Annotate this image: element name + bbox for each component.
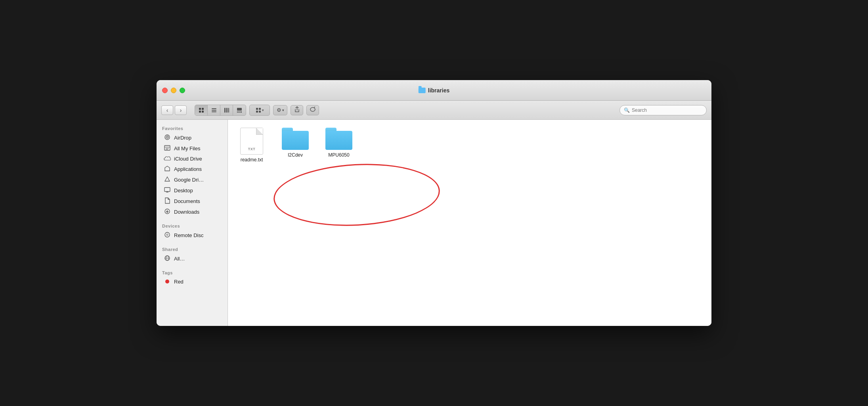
tag-button[interactable]: [306, 105, 319, 115]
file-name-readme: readme.txt: [241, 157, 263, 163]
svg-rect-8: [226, 108, 228, 113]
svg-rect-6: [212, 111, 216, 112]
svg-rect-5: [212, 110, 216, 111]
share-button[interactable]: [291, 105, 303, 115]
sidebar-item-documents[interactable]: Documents: [158, 196, 226, 207]
svg-rect-12: [238, 111, 239, 113]
sidebar-item-all-my-files[interactable]: All My Files: [158, 143, 226, 154]
view-cover-button[interactable]: [233, 105, 246, 115]
sidebar-item-downloads[interactable]: Downloads: [158, 207, 226, 217]
view-column-button[interactable]: [220, 105, 233, 115]
sidebar-item-google-drive-label: Google Dri…: [174, 177, 204, 183]
svg-rect-24: [164, 146, 170, 150]
google-drive-icon: [164, 176, 171, 184]
svg-point-19: [310, 107, 315, 111]
svg-rect-7: [224, 108, 226, 113]
gear-icon: ⚙: [277, 107, 281, 113]
sidebar-item-documents-label: Documents: [174, 198, 200, 204]
sidebar-item-all-my-files-label: All My Files: [174, 146, 200, 151]
downloads-icon: [164, 208, 171, 216]
red-tag-icon: [164, 278, 171, 285]
sidebar-item-desktop[interactable]: Desktop: [158, 185, 226, 196]
main-content: Favorites AirDrop All My Files iCloud Dr…: [157, 120, 711, 326]
sidebar-item-downloads-label: Downloads: [174, 209, 199, 215]
airdrop-icon: [164, 134, 171, 142]
sidebar-item-desktop-label: Desktop: [174, 188, 193, 193]
sidebar-item-all-shared[interactable]: All…: [158, 253, 226, 264]
svg-rect-0: [199, 108, 201, 110]
tag-icon: [310, 107, 316, 113]
file-item-i2cdev[interactable]: I2Cdev: [279, 128, 311, 163]
all-my-files-icon: [164, 145, 171, 152]
svg-rect-17: [256, 111, 258, 113]
close-button[interactable]: [162, 88, 168, 93]
svg-point-23: [167, 137, 168, 138]
sidebar: Favorites AirDrop All My Files iCloud Dr…: [157, 120, 228, 326]
svg-rect-3: [202, 111, 204, 113]
svg-line-20: [314, 107, 315, 108]
back-button[interactable]: ‹: [161, 105, 173, 115]
maximize-button[interactable]: [180, 88, 185, 93]
svg-rect-18: [259, 111, 261, 113]
documents-icon: [164, 197, 171, 205]
icloud-icon: [164, 155, 171, 162]
file-name-mpu6050: MPU6050: [328, 152, 349, 158]
file-name-i2cdev: I2Cdev: [288, 152, 303, 158]
sidebar-item-red-label: Red: [174, 279, 184, 285]
view-buttons: [195, 105, 246, 116]
title-text: libraries: [428, 87, 449, 94]
arrange-button[interactable]: ▾: [249, 105, 270, 116]
svg-rect-10: [237, 108, 242, 111]
svg-point-39: [165, 280, 169, 283]
view-icon-button[interactable]: [195, 105, 208, 115]
svg-point-34: [165, 232, 170, 237]
sidebar-item-applications[interactable]: Applications: [158, 164, 226, 174]
remote-disc-icon: [164, 232, 171, 239]
folder-icon-mpu6050: [325, 128, 352, 150]
svg-rect-13: [239, 111, 240, 113]
toolbar: ‹ › ▾ ⚙ ▾: [157, 101, 711, 120]
svg-rect-2: [199, 111, 201, 113]
sidebar-item-red-tag[interactable]: Red: [158, 277, 226, 287]
svg-rect-4: [212, 108, 216, 109]
search-input[interactable]: [632, 107, 702, 113]
svg-rect-14: [241, 111, 242, 113]
selection-oval-annotation: [272, 160, 442, 230]
action-button[interactable]: ⚙ ▾: [273, 105, 287, 115]
txt-ext-label: TXT: [248, 147, 256, 151]
svg-rect-9: [228, 108, 229, 113]
svg-point-35: [166, 234, 168, 236]
svg-rect-1: [202, 108, 204, 110]
files-grid: TXT readme.txt I2Cdev: [236, 128, 704, 163]
sidebar-item-airdrop-label: AirDrop: [174, 135, 191, 141]
sidebar-item-icloud-label: iCloud Drive: [174, 156, 202, 162]
svg-rect-16: [259, 108, 261, 110]
svg-rect-15: [256, 108, 258, 110]
sidebar-item-google-drive[interactable]: Google Dri…: [158, 174, 226, 185]
view-list-button[interactable]: [208, 105, 220, 115]
tags-section-title: Tags: [157, 268, 228, 277]
shared-globe-icon: [164, 255, 171, 262]
sidebar-item-icloud-drive[interactable]: iCloud Drive: [158, 154, 226, 164]
search-icon: 🔍: [624, 107, 630, 113]
folder-icon-i2cdev: [282, 128, 309, 150]
svg-rect-11: [237, 111, 238, 113]
sidebar-item-remote-disc[interactable]: Remote Disc: [158, 230, 226, 241]
traffic-lights: [162, 88, 185, 93]
sidebar-item-airdrop[interactable]: AirDrop: [158, 132, 226, 143]
svg-rect-28: [164, 188, 170, 192]
nav-buttons: ‹ ›: [161, 105, 187, 115]
favorites-section-title: Favorites: [157, 124, 228, 132]
devices-section-title: Devices: [157, 221, 228, 230]
file-item-readme[interactable]: TXT readme.txt: [236, 128, 268, 163]
forward-button[interactable]: ›: [175, 105, 187, 115]
minimize-button[interactable]: [171, 88, 176, 93]
titlebar: libraries: [157, 80, 711, 101]
title-folder-icon: [419, 88, 426, 93]
search-box[interactable]: 🔍: [619, 105, 707, 115]
window-title: libraries: [419, 87, 449, 94]
file-item-mpu6050[interactable]: MPU6050: [323, 128, 355, 163]
sidebar-item-applications-label: Applications: [174, 166, 202, 172]
sidebar-item-remote-disc-label: Remote Disc: [174, 232, 203, 238]
share-icon: [294, 106, 300, 114]
